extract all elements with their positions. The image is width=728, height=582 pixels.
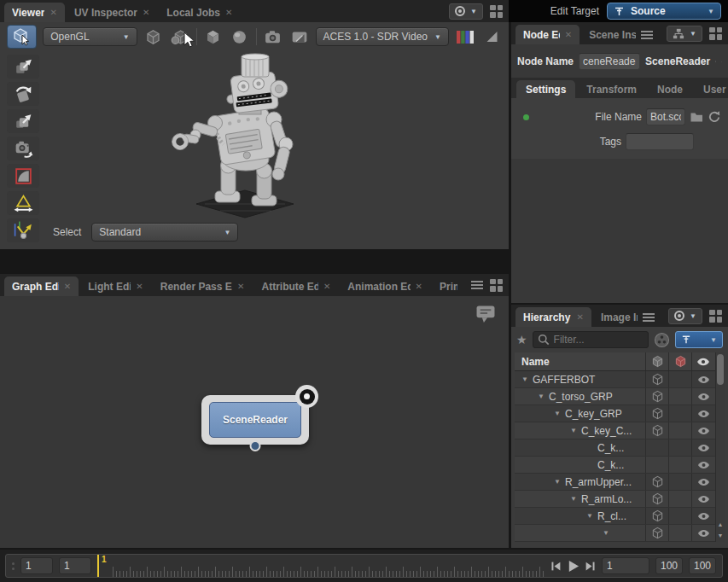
view-settings-button[interactable] <box>289 26 310 47</box>
tab-local-jobs[interactable]: Local Jobs✕ <box>159 3 240 22</box>
play-icon[interactable] <box>567 560 579 573</box>
camera-tool-button[interactable] <box>7 137 39 160</box>
section-tab-transform[interactable]: Transform <box>577 80 646 98</box>
selection-tool-button[interactable] <box>7 25 37 49</box>
eye-icon[interactable] <box>697 529 710 538</box>
eye-icon[interactable] <box>697 444 710 452</box>
visibility-cell[interactable] <box>691 371 714 387</box>
range-end-input[interactable] <box>689 557 716 574</box>
visibility-cell[interactable] <box>691 474 714 490</box>
annotation-bubble-icon[interactable] <box>475 305 497 323</box>
skip-to-start-icon[interactable] <box>550 561 562 572</box>
tree-row-c-torso-grp[interactable]: ▼C_torso_GRP <box>515 388 725 405</box>
exposure-gamma-button[interactable] <box>481 26 502 47</box>
cube-icon[interactable] <box>651 373 664 386</box>
geometry-cell[interactable] <box>645 508 668 524</box>
viewer-viewport[interactable]: OpenGL ▼ <box>0 22 509 249</box>
section-tab-settings[interactable]: Settings <box>516 80 575 98</box>
scrollbar-thumb[interactable] <box>717 354 724 385</box>
expansion-cube-button[interactable] <box>143 26 164 47</box>
eye-icon[interactable] <box>697 410 710 418</box>
range-start-input[interactable] <box>655 557 683 574</box>
scene-reader-node[interactable]: SceneReader <box>201 395 309 445</box>
viewer-focus-button[interactable]: ▼ <box>449 3 483 20</box>
tab-node-editor[interactable]: Node Editor✕ <box>515 25 579 44</box>
scroll-up-icon[interactable]: ▲ <box>716 519 725 530</box>
playhead-line[interactable] <box>97 555 99 577</box>
tree-row-gafferbot[interactable]: ▼GAFFERBOT <box>515 371 725 388</box>
hierarchy-focus-button[interactable]: ▼ <box>668 308 702 324</box>
deforming-column-header[interactable] <box>668 352 691 370</box>
deforming-cell[interactable] <box>668 525 691 541</box>
close-icon[interactable]: ✕ <box>50 8 56 17</box>
close-icon[interactable]: ✕ <box>136 282 143 291</box>
eye-icon[interactable] <box>697 478 710 486</box>
close-icon[interactable]: ✕ <box>416 282 422 291</box>
filter-search-box[interactable] <box>533 331 649 348</box>
rotate-tool-button[interactable] <box>7 82 39 106</box>
close-icon[interactable]: ✕ <box>565 30 572 39</box>
layout-menu-icon[interactable] <box>709 27 722 40</box>
tree-row-c-key-grp[interactable]: ▼C_key_GRP <box>515 405 725 422</box>
tab-render-pass-editor[interactable]: Render Pass Editor✕ <box>153 276 253 296</box>
tab-list-menu-icon[interactable] <box>471 281 483 289</box>
frame-input[interactable] <box>59 557 91 574</box>
node-name-input[interactable] <box>579 53 640 70</box>
edit-target-dropdown[interactable]: Source ▼ <box>607 3 721 20</box>
close-icon[interactable]: ✕ <box>225 8 232 17</box>
lighting-mode-button[interactable] <box>230 26 250 47</box>
renderer-dropdown[interactable]: OpenGL ▼ <box>43 27 137 46</box>
geometry-cell[interactable] <box>645 422 668 439</box>
tab-light-editor[interactable]: Light Editor✕ <box>80 276 151 296</box>
close-icon[interactable]: ✕ <box>237 282 244 291</box>
tree-row-r-armupper[interactable]: ▼R_armUpper... <box>515 474 725 491</box>
close-icon[interactable]: ✕ <box>64 282 71 291</box>
tree-row-c-key-c[interactable]: ▼C_key_C... <box>515 422 725 439</box>
current-frame-input[interactable] <box>602 557 649 574</box>
timeline-ruler[interactable] <box>113 555 545 577</box>
shading-mode-button[interactable] <box>203 26 224 47</box>
crop-window-tool-button[interactable] <box>7 164 39 188</box>
expander-icon[interactable]: ▼ <box>570 427 581 434</box>
geometry-cell[interactable] <box>645 525 668 541</box>
info-icon[interactable] <box>715 54 716 69</box>
visibility-cell[interactable] <box>691 422 714 439</box>
geometry-cell[interactable] <box>645 388 668 404</box>
layout-menu-icon[interactable] <box>490 5 503 18</box>
geometry-cell[interactable] <box>645 439 668 456</box>
close-icon[interactable]: ✕ <box>143 8 149 17</box>
section-tab-user[interactable]: User <box>694 80 728 98</box>
tree-row-r-armlo[interactable]: ▼R_armLo... <box>515 491 725 508</box>
cube-icon[interactable] <box>651 527 664 539</box>
geometry-cell[interactable] <box>645 491 668 507</box>
scale-tool-button[interactable] <box>7 109 39 133</box>
eye-icon[interactable] <box>697 427 710 435</box>
folder-icon[interactable] <box>690 111 703 123</box>
eye-icon[interactable] <box>697 461 710 469</box>
eye-icon[interactable] <box>697 512 710 521</box>
tags-input[interactable] <box>626 133 694 150</box>
section-tab-node[interactable]: Node <box>648 80 692 98</box>
filter-input[interactable] <box>554 334 644 346</box>
scroll-down-icon[interactable]: ▼ <box>716 530 725 541</box>
node-editor-target-button[interactable]: ▼ <box>667 26 702 42</box>
camera-settings-button[interactable] <box>262 26 282 47</box>
tab-graph-editor[interactable]: Graph Editor✕ <box>4 276 79 296</box>
bookmark-star-icon[interactable]: ★ <box>516 333 527 346</box>
visibility-cell[interactable] <box>691 525 714 541</box>
expander-icon[interactable]: ▼ <box>570 495 581 503</box>
geometry-cell[interactable] <box>645 474 668 490</box>
tree-row-c-k[interactable]: ▼C_k... <box>515 457 725 474</box>
name-column-header[interactable]: Name <box>515 356 645 368</box>
tab-uv-inspector[interactable]: UV Inspector✕ <box>67 3 157 22</box>
tab-list-menu-icon[interactable] <box>643 313 655 322</box>
hierarchy-focus-dropdown[interactable]: ▼ <box>675 331 723 348</box>
tab-prim[interactable]: Prim <box>432 276 465 296</box>
graph-editor-canvas[interactable]: SceneReader <box>0 296 509 548</box>
cube-icon[interactable] <box>651 492 664 505</box>
geometry-cell[interactable] <box>645 371 668 387</box>
file-name-input[interactable] <box>646 108 685 125</box>
deforming-cell[interactable] <box>668 508 691 524</box>
tree-row-r-cl[interactable]: ▼R_cl... <box>515 508 725 525</box>
frame-start-input[interactable] <box>20 557 53 574</box>
